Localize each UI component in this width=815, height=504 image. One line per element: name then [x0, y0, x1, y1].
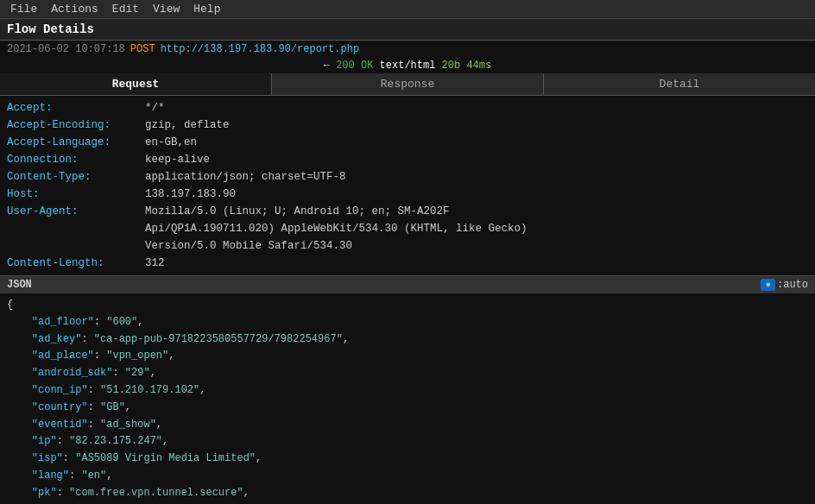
json-field-ad-floor: "ad_floor": "600", — [7, 316, 143, 328]
header-key-accept: Accept: — [7, 99, 145, 117]
header-key-connection: Connection: — [7, 151, 145, 168]
http-method: POST — [130, 43, 155, 55]
header-accept-language: Accept-Language: en-GB,en — [7, 134, 808, 151]
header-accept: Accept: */* — [7, 99, 808, 117]
timestamp: 2021-06-02 10:07:18 — [7, 43, 125, 55]
tab-bar: Request Response Detail — [0, 73, 815, 96]
header-key-encoding: Accept-Encoding: — [7, 117, 145, 134]
header-val-host: 138.197.183.90 — [145, 186, 808, 203]
json-badge-container: ●:auto — [761, 279, 808, 291]
json-field-country: "country": "GB", — [7, 401, 131, 413]
json-badge-label: :auto — [777, 279, 808, 291]
tab-request[interactable]: Request — [0, 73, 272, 95]
menu-actions[interactable]: Actions — [44, 1, 105, 17]
header-val-language: en-GB,en — [145, 134, 808, 151]
titlebar: Flow Details — [0, 19, 815, 41]
header-key-content-type: Content-Type: — [7, 168, 145, 186]
json-field-pk: "pk": "com.free.vpn.tunnel.secure", — [7, 487, 250, 499]
menubar: File Actions Edit View Help — [0, 0, 815, 19]
header-content-length: Content-Length: 312 — [7, 255, 808, 272]
tab-detail[interactable]: Detail — [544, 73, 815, 95]
header-accept-encoding: Accept-Encoding: gzip, deflate — [7, 117, 808, 134]
request-url: http://138.197.183.90/report.php — [161, 43, 359, 55]
header-val-ua: Mozilla/5.0 (Linux; U; Android 10; en; S… — [145, 203, 808, 255]
json-field-conn-ip: "conn_ip": "51.210.179.102", — [7, 384, 205, 396]
header-val-connection: keep-alive — [145, 151, 808, 168]
json-open-brace: { — [7, 299, 13, 311]
response-size: 20b — [442, 60, 461, 72]
header-key-host: Host: — [7, 186, 145, 203]
json-field-ad-place: "ad_place": "vpn_open", — [7, 350, 174, 362]
json-badge: ● — [761, 279, 775, 291]
json-field-eventid: "eventid": "ad_show", — [7, 419, 162, 431]
header-val-content-type: application/json; charset=UTF-8 — [145, 168, 808, 186]
header-host: Host: 138.197.183.90 — [7, 186, 808, 203]
header-content-type: Content-Type: application/json; charset=… — [7, 168, 808, 186]
json-section: JSON ●:auto { "ad_floor": "600", "ad_key… — [0, 275, 815, 504]
menu-edit[interactable]: Edit — [105, 1, 146, 17]
header-key-content-length: Content-Length: — [7, 255, 145, 272]
json-header: JSON ●:auto — [0, 276, 815, 293]
response-time: 44ms — [466, 60, 491, 72]
menu-file[interactable]: File — [3, 1, 44, 17]
header-user-agent: User-Agent: Mozilla/5.0 (Linux; U; Andro… — [7, 203, 808, 255]
json-field-isp: "isp": "AS5089 Virgin Media Limited", — [7, 452, 262, 464]
page-title: Flow Details — [7, 22, 94, 36]
response-type: text/html — [380, 60, 442, 72]
header-val-accept: */* — [145, 99, 808, 117]
menu-help[interactable]: Help — [186, 1, 227, 17]
json-field-ip: "ip": "82.23.175.247", — [7, 435, 168, 447]
header-val-content-length: 312 — [145, 255, 808, 272]
json-field-android-sdk: "android_sdk": "29", — [7, 367, 156, 379]
header-key-language: Accept-Language: — [7, 134, 145, 151]
json-field-ad-key: "ad_key": "ca-app-pub-9718223580557729/7… — [7, 333, 349, 345]
url-line: 2021-06-02 10:07:18 POST http://138.197.… — [0, 41, 815, 58]
status-line: ← 200 OK text/html 20b 44ms — [0, 58, 815, 73]
status-code: 200 OK — [336, 60, 373, 72]
json-body: { "ad_floor": "600", "ad_key": "ca-app-p… — [0, 293, 815, 504]
header-connection: Connection: keep-alive — [7, 151, 808, 168]
tab-response[interactable]: Response — [272, 73, 544, 95]
menu-view[interactable]: View — [146, 1, 186, 17]
json-field-lang: "lang": "en", — [7, 469, 112, 482]
header-key-ua: User-Agent: — [7, 203, 145, 255]
arrow-icon: ← — [324, 60, 336, 72]
headers-section: Accept: */* Accept-Encoding: gzip, defla… — [0, 96, 815, 275]
json-label: JSON — [7, 279, 32, 291]
header-val-encoding: gzip, deflate — [145, 117, 808, 134]
